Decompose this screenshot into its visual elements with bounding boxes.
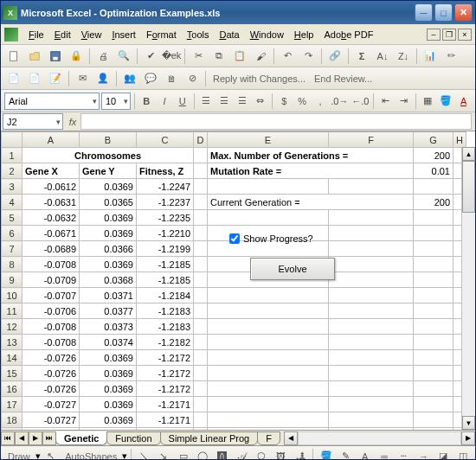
- col-header-G[interactable]: G: [414, 132, 453, 148]
- row-header-8[interactable]: 8: [2, 257, 23, 272]
- indent-dec-button[interactable]: ⇤: [377, 92, 394, 111]
- cell[interactable]: [194, 288, 208, 303]
- scroll-down-icon[interactable]: ▼: [462, 416, 475, 430]
- cell[interactable]: [414, 272, 453, 288]
- textbox-button[interactable]: 🅰: [213, 447, 231, 461]
- cell[interactable]: [414, 179, 453, 195]
- cell[interactable]: -1.2199: [137, 241, 194, 257]
- cell[interactable]: -0.0689: [23, 241, 80, 257]
- cell[interactable]: 0.0369: [80, 428, 137, 431]
- cell[interactable]: [208, 210, 329, 226]
- cell[interactable]: [194, 303, 208, 319]
- fontsize-select[interactable]: 10: [101, 93, 131, 110]
- cell[interactable]: -0.0727: [23, 412, 80, 428]
- cell-header-a[interactable]: Gene X: [23, 163, 80, 179]
- research-button[interactable]: �ek: [162, 47, 181, 66]
- cell[interactable]: 0.0366: [80, 241, 137, 257]
- scroll-right-icon[interactable]: ▶: [461, 431, 475, 445]
- row-header-13[interactable]: 13: [2, 335, 23, 350]
- align-left-button[interactable]: ☰: [198, 92, 215, 111]
- hyperlink-button[interactable]: 🔗: [325, 47, 344, 66]
- cell[interactable]: 0.0368: [80, 272, 137, 288]
- cell[interactable]: [329, 210, 414, 226]
- doc-restore-button[interactable]: ❐: [442, 29, 456, 41]
- 3d-button[interactable]: ◫: [453, 447, 472, 461]
- row-header-10[interactable]: 10: [2, 288, 23, 303]
- tab-last-button[interactable]: ⏭: [42, 431, 56, 445]
- cell[interactable]: [329, 241, 414, 257]
- maximize-button[interactable]: □: [434, 3, 453, 22]
- dashstyle-button[interactable]: ┄: [396, 447, 414, 461]
- cell[interactable]: -1.2183: [137, 303, 194, 319]
- sheet-tab-function[interactable]: Function: [106, 431, 160, 445]
- cut-button[interactable]: ✂: [189, 47, 208, 66]
- cell[interactable]: 0.0374: [80, 335, 137, 350]
- menu-insert[interactable]: Insert: [106, 27, 141, 42]
- cell[interactable]: [194, 381, 208, 397]
- row-header-7[interactable]: 7: [2, 241, 23, 257]
- col-header-C[interactable]: C: [137, 132, 194, 148]
- copy-button[interactable]: ⧉: [209, 47, 228, 66]
- track-button[interactable]: 🗎: [162, 69, 181, 88]
- bold-button[interactable]: B: [138, 92, 155, 111]
- cell[interactable]: 0.0369: [80, 179, 137, 195]
- decrease-decimal-button[interactable]: ←.0: [351, 92, 370, 111]
- chart-wizard-button[interactable]: 📊: [421, 47, 440, 66]
- comma-button[interactable]: ,: [312, 92, 329, 111]
- cell[interactable]: [194, 179, 208, 195]
- col-header-H[interactable]: H: [453, 132, 466, 148]
- wordart-button[interactable]: 𝒜: [233, 447, 251, 461]
- line-button[interactable]: ＼: [135, 447, 153, 461]
- cell[interactable]: 0.0369: [80, 412, 137, 428]
- row-header-18[interactable]: 18: [2, 412, 23, 428]
- row-header-17[interactable]: 17: [2, 397, 23, 412]
- align-center-button[interactable]: ☰: [216, 92, 233, 111]
- horizontal-scrollbar[interactable]: ◀ ▶: [284, 431, 475, 445]
- doc-close-button[interactable]: ×: [458, 29, 472, 41]
- cell-current-gen-label[interactable]: Current Generation =: [208, 195, 414, 210]
- reply-changes-button[interactable]: Reply with Changes...: [209, 73, 309, 84]
- cell[interactable]: [208, 335, 329, 350]
- scroll-up-icon[interactable]: ▲: [462, 147, 475, 161]
- minimize-button[interactable]: ─: [415, 3, 433, 22]
- draw-menu[interactable]: Draw: [4, 451, 34, 461]
- picture-button[interactable]: 🏞: [292, 447, 310, 461]
- cell[interactable]: [414, 257, 453, 272]
- row-header-5[interactable]: 5: [2, 210, 23, 226]
- cell[interactable]: [329, 303, 414, 319]
- cell[interactable]: -0.0671: [23, 226, 80, 241]
- cell[interactable]: [194, 397, 208, 412]
- menu-tools[interactable]: Tools: [182, 27, 215, 42]
- cell[interactable]: [194, 163, 208, 179]
- menu-data[interactable]: Data: [214, 27, 244, 42]
- row-header-19[interactable]: 19: [2, 428, 23, 431]
- cell[interactable]: [194, 428, 208, 431]
- cell[interactable]: [194, 195, 208, 210]
- cell-max-gen-label[interactable]: Max. Number of Generations =: [208, 148, 414, 163]
- col-header-F[interactable]: F: [329, 132, 414, 148]
- row-header-16[interactable]: 16: [2, 381, 23, 397]
- sheet-tab-simple-linear-prog[interactable]: Simple Linear Prog: [160, 431, 259, 445]
- cell[interactable]: [208, 319, 329, 335]
- cell-mutation-label[interactable]: Mutation Rate =: [208, 163, 414, 179]
- cell-chromosomes-header[interactable]: Chromosomes: [23, 148, 194, 163]
- print-button[interactable]: 🖨: [93, 47, 113, 66]
- cell[interactable]: [329, 381, 414, 397]
- row-header-6[interactable]: 6: [2, 226, 23, 241]
- reviewer-button[interactable]: 👥: [120, 69, 139, 88]
- cell[interactable]: [208, 381, 329, 397]
- clipart-button[interactable]: 🖼: [272, 447, 290, 461]
- cell-header-c[interactable]: Fitness, Z: [137, 163, 194, 179]
- cell[interactable]: [194, 319, 208, 335]
- cell[interactable]: -1.2184: [137, 288, 194, 303]
- row-header-11[interactable]: 11: [2, 303, 23, 319]
- autosum-button[interactable]: Σ: [352, 47, 371, 66]
- cell[interactable]: [329, 366, 414, 381]
- cell-mutation-value[interactable]: 0.01: [414, 163, 453, 179]
- cell[interactable]: [194, 257, 208, 272]
- undo-button[interactable]: ↶: [278, 47, 297, 66]
- close-button[interactable]: ✕: [454, 3, 473, 22]
- shadow-button[interactable]: ◪: [434, 447, 453, 461]
- cell[interactable]: [329, 428, 414, 431]
- cell[interactable]: -1.2171: [137, 397, 194, 412]
